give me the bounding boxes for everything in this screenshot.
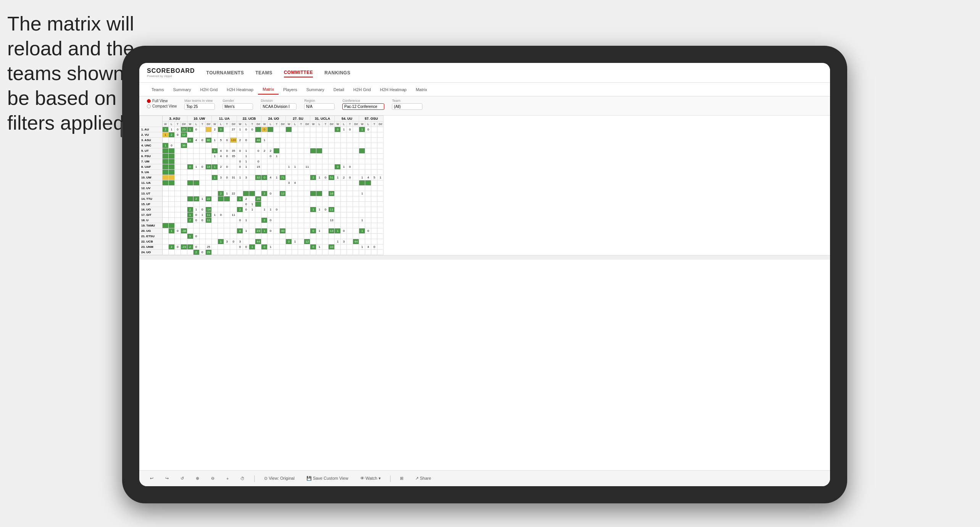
tab-summary-1[interactable]: Summary <box>168 85 195 94</box>
matrix-cell[interactable] <box>341 159 347 164</box>
matrix-cell[interactable] <box>298 143 304 148</box>
matrix-cell[interactable] <box>335 244 341 250</box>
matrix-cell[interactable] <box>286 196 292 202</box>
matrix-cell[interactable] <box>163 138 169 143</box>
matrix-cell[interactable]: 1 <box>187 234 193 239</box>
matrix-cell[interactable]: 2 <box>268 148 274 154</box>
matrix-cell[interactable] <box>212 132 218 138</box>
matrix-cell[interactable] <box>280 202 286 207</box>
matrix-cell[interactable] <box>329 223 335 228</box>
matrix-cell[interactable] <box>181 196 187 202</box>
matrix-cell[interactable] <box>274 212 280 218</box>
matrix-cell[interactable] <box>199 127 205 132</box>
matrix-cell[interactable] <box>304 191 310 196</box>
matrix-cell[interactable]: 0 <box>187 138 193 143</box>
matrix-cell[interactable] <box>224 196 230 202</box>
matrix-cell[interactable] <box>249 170 255 175</box>
matrix-cell[interactable] <box>268 212 274 218</box>
matrix-cell[interactable] <box>322 202 329 207</box>
matrix-cell[interactable] <box>224 143 230 148</box>
matrix-cell[interactable] <box>163 148 169 154</box>
matrix-cell[interactable] <box>280 138 286 143</box>
scrollbar[interactable] <box>139 255 830 260</box>
matrix-cell[interactable] <box>335 154 341 159</box>
matrix-cell[interactable] <box>249 234 255 239</box>
matrix-cell[interactable] <box>268 132 274 138</box>
matrix-cell[interactable] <box>316 127 322 132</box>
matrix-cell[interactable] <box>274 148 280 154</box>
matrix-cell[interactable] <box>286 186 292 191</box>
matrix-cell[interactable] <box>255 127 261 132</box>
matrix-cell[interactable] <box>371 132 377 138</box>
matrix-cell[interactable] <box>249 186 255 191</box>
matrix-cell[interactable] <box>292 132 298 138</box>
matrix-cell[interactable] <box>274 143 280 148</box>
matrix-cell[interactable] <box>274 234 280 239</box>
matrix-cell[interactable] <box>316 170 322 175</box>
matrix-cell[interactable] <box>359 186 365 191</box>
matrix-cell[interactable]: 3 <box>218 175 224 180</box>
matrix-cell[interactable]: 0 <box>365 228 371 234</box>
matrix-cell[interactable]: 1 <box>359 228 365 234</box>
tab-matrix-2[interactable]: Matrix <box>411 85 432 94</box>
matrix-cell[interactable] <box>359 202 365 207</box>
matrix-cell[interactable] <box>353 175 359 180</box>
matrix-cell[interactable] <box>280 132 286 138</box>
matrix-cell[interactable] <box>181 138 187 143</box>
matrix-cell[interactable] <box>365 239 371 244</box>
matrix-cell[interactable] <box>322 191 329 196</box>
matrix-cell[interactable] <box>261 164 268 170</box>
matrix-cell[interactable] <box>181 212 187 218</box>
matrix-cell[interactable] <box>274 239 280 244</box>
matrix-cell[interactable]: 0 <box>255 159 261 164</box>
matrix-cell[interactable] <box>224 132 230 138</box>
toolbar-share[interactable]: ↗ Share <box>412 474 434 482</box>
matrix-cell[interactable]: 2 <box>163 127 169 132</box>
matrix-cell[interactable]: 4 <box>365 244 371 250</box>
matrix-cell[interactable] <box>218 218 224 223</box>
matrix-cell[interactable] <box>205 202 212 207</box>
matrix-cell[interactable] <box>163 164 169 170</box>
matrix-cell[interactable]: 1 <box>359 191 365 196</box>
matrix-cell[interactable] <box>249 228 255 234</box>
matrix-cell[interactable] <box>310 212 316 218</box>
matrix-cell[interactable] <box>212 244 218 250</box>
matrix-cell[interactable]: 0 <box>347 127 353 132</box>
matrix-cell[interactable] <box>274 138 280 143</box>
matrix-cell[interactable] <box>193 175 199 180</box>
matrix-cell[interactable] <box>371 207 377 212</box>
matrix-cell[interactable] <box>310 132 316 138</box>
matrix-cell[interactable] <box>163 180 169 186</box>
matrix-cell[interactable] <box>304 138 310 143</box>
matrix-cell[interactable] <box>224 223 230 228</box>
matrix-cell[interactable] <box>310 239 316 244</box>
matrix-cell[interactable]: 11 <box>205 212 212 218</box>
matrix-cell[interactable] <box>187 228 193 234</box>
matrix-cell[interactable] <box>353 196 359 202</box>
matrix-cell[interactable] <box>181 207 187 212</box>
matrix-cell[interactable] <box>304 202 310 207</box>
matrix-cell[interactable] <box>371 143 377 148</box>
matrix-cell[interactable] <box>365 191 371 196</box>
matrix-cell[interactable] <box>353 207 359 212</box>
matrix-cell[interactable] <box>341 191 347 196</box>
matrix-cell[interactable] <box>169 207 175 212</box>
matrix-cell[interactable]: 1 <box>335 175 341 180</box>
matrix-cell[interactable] <box>377 164 384 170</box>
matrix-cell[interactable] <box>205 191 212 196</box>
matrix-cell[interactable] <box>230 186 237 191</box>
matrix-cell[interactable] <box>377 148 384 154</box>
matrix-cell[interactable] <box>310 191 316 196</box>
matrix-cell[interactable]: 0 <box>218 127 224 132</box>
matrix-cell[interactable] <box>377 138 384 143</box>
matrix-cell[interactable] <box>371 170 377 175</box>
matrix-cell[interactable] <box>212 239 218 244</box>
matrix-cell[interactable] <box>292 175 298 180</box>
matrix-cell[interactable] <box>292 207 298 212</box>
matrix-cell[interactable] <box>341 132 347 138</box>
matrix-cell[interactable] <box>298 212 304 218</box>
matrix-cell[interactable] <box>335 207 341 212</box>
matrix-cell[interactable] <box>199 175 205 180</box>
matrix-cell[interactable]: 3 <box>286 180 292 186</box>
matrix-cell[interactable] <box>377 234 384 239</box>
